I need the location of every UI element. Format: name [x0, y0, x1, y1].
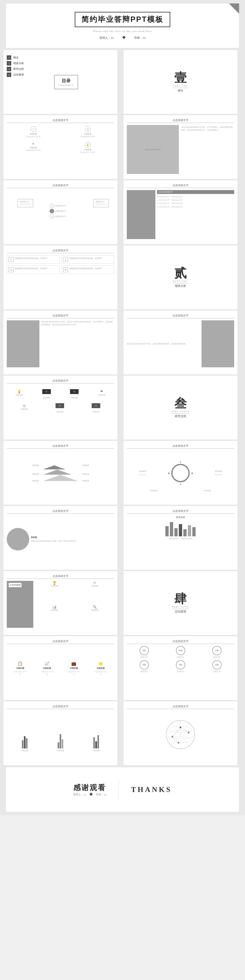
circle-text: 副标题 请在此处添加具体内容文字说明，图片可替换为实际照片。: [31, 536, 114, 542]
feat4-title: 功能标题: [62, 148, 113, 151]
pyramid-left-labels: 功能标题 功能标题 功能标题: [23, 464, 39, 482]
icon-col-2: 📈 功能标题 功能说明文字内容: [40, 661, 54, 676]
hex-02: 02 功能说明: [70, 387, 79, 399]
bar-6: [188, 525, 191, 536]
circle-icon-1: ☆: [30, 126, 36, 132]
slide-photo-text-left: 点击添加文字 请在此处添加具体的文字内容，这是关于现状分析的详细说明。文字尽量简…: [3, 310, 118, 375]
circle-diagram: ▼ ▲ ▶ ◀: [170, 463, 191, 483]
image-caption: 点击添加标题: [9, 583, 21, 587]
photo-placeholder-2: [127, 190, 155, 239]
list-header: 点击添加标题文字: [157, 190, 234, 194]
slide-4boxes: 点击添加文字 1 功能说明文字内容添加在此处，简洁明了 2 功能说明文字内容添加…: [3, 245, 118, 310]
section-three-num: 叁: [172, 397, 189, 410]
photo-circle: [7, 528, 29, 550]
slide18-title: 点击添加文字: [7, 574, 114, 579]
sub-title: Please add the title of the you need her…: [93, 30, 152, 33]
mentor-label: 导师：xx: [134, 36, 146, 40]
text-left: 请在此处添加具体的文字内容，以配合整体页面效果，注意版面的整洁性。: [127, 320, 200, 367]
small-bar-group-1: 功能标题: [21, 732, 29, 752]
slide-photo-1: 点击添加文字 CREATING MESS 请在此处添加具体的文字内容，文字尽量简…: [123, 115, 238, 179]
slide7-title: 点击添加文字: [127, 183, 234, 188]
slide-circle-nodes: 点击添加文字 功能 说明文字 功能 说明文字 功能 说明文字: [123, 636, 238, 700]
node-1: 功能 说明文字: [127, 646, 162, 659]
circle-label-3: 添加标题: [150, 489, 158, 492]
section-one-name: 绪论: [173, 88, 188, 92]
feat1-body: 添加说明文字内容: [8, 135, 58, 138]
contents-item-3: 3 研究过程: [7, 67, 35, 71]
slide10-title: 点击添加文字: [7, 314, 114, 318]
feat3-title: 功能标题: [8, 146, 58, 149]
section-two-part: PART TWO: [173, 280, 188, 282]
slide-section-one: 壹 PART ONE 绪论: [123, 50, 238, 114]
chart-title: 图表标题: [127, 516, 234, 519]
box-1: 1 功能说明文字内容添加在此处，简洁明了: [7, 255, 60, 264]
slide-circle-process: 点击添加文字 添加标题 添加内容 ▼ ▲ ▶ ◀: [123, 441, 238, 505]
box-3: 3 功能说明文字内容添加在此处，简洁明了: [7, 266, 60, 274]
slide23-title: 点击添加文字: [127, 705, 234, 709]
slide-image-icons: 点击添加文字 点击添加标题 🏆功能标题 ⚙功能标题 📊功能标题: [3, 571, 118, 635]
section-four-part: PART FOUR: [172, 606, 189, 608]
contents-en-title: CONTENTS: [59, 84, 73, 86]
thanks-zh: 感谢观看: [73, 783, 107, 793]
photo-placeholder-1: CREATING MESS: [127, 125, 179, 174]
circle-label-2: 添加标题 添加内容: [215, 470, 222, 476]
node-5: 功能 说明文字: [163, 660, 198, 673]
bar-4: [179, 524, 182, 536]
contents-zh-title: 目录: [59, 78, 73, 84]
advisor-label: 答辩人：xx: [99, 36, 114, 40]
step-2: 2: [49, 209, 54, 213]
slide-title: 简约毕业答辩PPT模板 Please add the title of the …: [6, 3, 239, 48]
slide-text-photo-right: 点击添加文字 请在此处添加具体的文字内容，以配合整体页面效果，注意版面的整洁性。: [123, 310, 238, 375]
small-bar-group-3: 功能标题: [92, 732, 100, 752]
slide-globe: 点击添加文字: [123, 701, 238, 765]
node-3: 功能 说明文字: [199, 646, 234, 659]
diamond-icon: [122, 36, 126, 40]
hex-shape-03: 03: [92, 403, 100, 408]
section-three-header: 叁 PART THREE 研究过程: [172, 397, 189, 418]
slide14-title: 点击添加文字: [7, 444, 114, 449]
feature-item-4: 💡 功能标题 添加说明文字内容: [61, 141, 114, 155]
bar-chart-visual: [127, 520, 234, 536]
thanks-right: THANKS: [131, 785, 172, 794]
icon-r4: 🔍功能标题: [75, 605, 114, 628]
hex-shape-01: 01: [42, 389, 51, 394]
slide-timeline: 点击添加文字 副标题文字 说明文字内容 1 步骤说明文字 2: [3, 180, 118, 244]
feat4-body: 添加说明文字内容: [62, 151, 113, 154]
slide-section-three: 叁 PART THREE 研究过程: [123, 375, 238, 440]
globe-svg: [160, 716, 201, 753]
section-one-header: 壹 PART ONE 绪论: [173, 72, 188, 92]
hex-feature-lamp: 💡 功能说明: [16, 389, 23, 396]
main-title: 简约毕业答辩PPT模板: [75, 12, 170, 27]
icon-col-1: 📋 功能标题 功能说明文字内容: [13, 661, 27, 676]
thanks-en: THANKS: [131, 785, 172, 794]
photo-right: [202, 320, 234, 367]
slide5-title: 点击添加文字: [127, 118, 234, 123]
svg-line-13: [172, 737, 178, 743]
slide-icon-row: 点击添加文字 📋 功能标题 功能说明文字内容 📈 功能标题 功能说明文字内容 💼: [3, 636, 118, 700]
bar-1: [165, 526, 169, 536]
slide16-title: 点击添加文字: [7, 509, 114, 514]
timeline-steps: 1 步骤说明文字 2 步骤说明文字 3 步骤说明文字: [49, 204, 66, 219]
hex-03: 03 功能说明: [92, 401, 100, 413]
timeline-box-right: 副标题文字 说明文字内容: [93, 199, 109, 207]
feat2-title: 功能标题: [62, 133, 113, 135]
text-right: 请在此处添加具体的文字内容，这是关于现状分析的详细说明。文字尽量简洁，以配合整体…: [41, 320, 114, 367]
slide-hexagon: 点击添加文字 💡 功能说明 01 功能说明 02 功能说明: [3, 375, 118, 440]
thanks-left: 感谢观看 答辩人：xx 导师：xx: [73, 783, 107, 797]
feat1-title: 功能标题: [8, 133, 58, 135]
circle-icon-4: 💡: [85, 142, 91, 148]
corner-decoration: [229, 3, 239, 14]
slide20-title: 点击添加文字: [7, 640, 114, 644]
hex-feature-target: ◎ 功能说明: [21, 403, 28, 410]
slide-section-two: 贰 PART TWO 现状分析: [123, 245, 238, 310]
bar-2: [170, 522, 173, 536]
node-2: 功能 说明文字: [163, 646, 198, 659]
slide6-title: 点击添加文字: [7, 183, 114, 188]
icon-col-3: 💼 功能标题 功能说明文字内容: [67, 661, 81, 676]
hex-feature-flag: ⚑ 功能说明: [98, 389, 105, 396]
section-three-name: 研究过程: [172, 414, 189, 418]
globe-container: [127, 711, 234, 758]
slide17-title: 点击添加文字: [127, 509, 234, 514]
slide-photo-list: 点击添加文字 点击添加标题文字 ● 列表内容文字，请在此处添加 ● 列表内容文字…: [123, 180, 238, 244]
icon-r1: 🏆功能标题: [35, 581, 74, 604]
